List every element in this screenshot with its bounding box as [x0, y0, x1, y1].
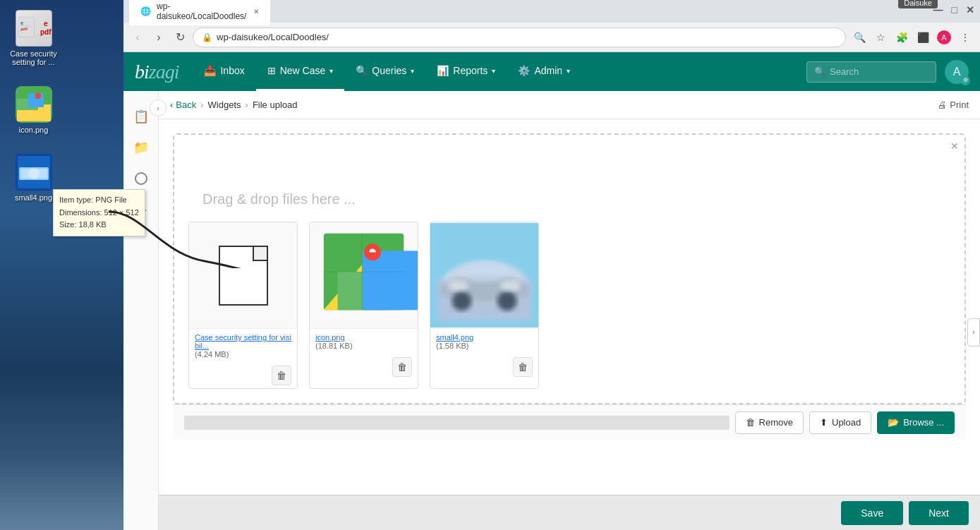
file-name-case-security[interactable]: Case security setting for visibil...: [195, 333, 291, 350]
svg-point-33: [448, 280, 469, 291]
extension-btn[interactable]: 🧩: [893, 28, 911, 47]
user-avatar[interactable]: A ⚙: [945, 60, 969, 84]
nav-queries[interactable]: 🔍 Queries ▾: [344, 52, 425, 91]
files-container: Case security setting for visibil... (4.…: [188, 222, 950, 389]
address-bar[interactable]: 🔒 wp-daisukeo/LocalDoodles/: [193, 28, 846, 47]
inbox-icon: 📥: [204, 65, 216, 76]
search-btn[interactable]: 🔍: [850, 28, 869, 47]
remove-label: Remove: [759, 417, 793, 428]
svg-point-30: [452, 291, 472, 311]
new-case-label: New Case: [280, 65, 326, 76]
file-tooltip: Item type: PNG File Dimensions: 512 × 51…: [53, 189, 145, 236]
desktop-icon-case-security[interactable]: e pdf Case security setting for ...: [7, 7, 60, 69]
file-size-case-security: (4.24 MB): [195, 350, 291, 359]
nav-inbox[interactable]: 📥 Inbox: [193, 52, 255, 91]
maximize-btn[interactable]: □: [952, 4, 957, 16]
tab-favicon: 🌐: [140, 6, 151, 16]
document-icon: [219, 246, 268, 306]
file-delete-btn-icon-png[interactable]: 🗑: [392, 357, 412, 377]
back-link[interactable]: ‹ Back: [170, 100, 196, 110]
file-preview-icon-png: [310, 222, 418, 328]
file-actions-icon-png: 🗑: [310, 354, 418, 380]
file-name-icon-png[interactable]: icon.png: [315, 333, 412, 342]
file-info-case-security: Case security setting for visibil... (4.…: [189, 328, 297, 363]
reports-label: Reports: [453, 65, 488, 76]
back-btn[interactable]: ‹: [129, 29, 146, 46]
upload-icon: ⬆: [820, 417, 828, 428]
nav-admin[interactable]: ⚙️ Admin ▾: [507, 52, 581, 91]
sidebar-circle-btn[interactable]: [128, 166, 154, 191]
upload-btn[interactable]: ⬆ Upload: [809, 411, 871, 434]
reports-icon: 📊: [437, 65, 449, 76]
tooltip-line2: Dimensions: 512 × 512: [59, 207, 139, 219]
right-panel-toggle[interactable]: ›: [967, 318, 980, 347]
office-btn[interactable]: ⬛: [914, 28, 932, 47]
save-btn[interactable]: Save: [841, 501, 903, 525]
breadcrumb-separator2: ›: [246, 100, 248, 110]
sidebar-toggle-btn[interactable]: ›: [150, 100, 167, 116]
app-logo: bizagi: [135, 61, 179, 83]
desktop-icon-icon-png[interactable]: icon.png: [7, 83, 60, 137]
right-panel-chevron: ›: [972, 328, 974, 336]
small4-label: small4.png: [15, 193, 52, 202]
forward-btn[interactable]: ›: [150, 29, 167, 46]
minimize-btn[interactable]: —: [933, 4, 943, 16]
mountain-decoration: [0, 459, 123, 530]
browser-window: 🌐 wp-daisukeo/LocalDoodles/ ✕ Daisuke — …: [123, 0, 980, 530]
desktop: e pdf Case security setting for ... icon…: [0, 0, 123, 530]
profile-avatar-btn[interactable]: A: [935, 28, 953, 47]
tab-title: wp-daisukeo/LocalDoodles/: [157, 1, 248, 21]
nav-items: 📥 Inbox ⊞ New Case ▾ 🔍 Queries ▾ 📊 Repor…: [193, 52, 581, 91]
reports-dropdown-icon: ▾: [492, 67, 495, 75]
file-card-small4: small4.png (1.58 KB) 🗑: [430, 222, 539, 389]
file-delete-btn-small4[interactable]: 🗑: [513, 357, 533, 377]
file-actions-small4: 🗑: [430, 354, 538, 380]
file-card-icon-png: icon.png (18.81 KB) 🗑: [309, 222, 418, 389]
breadcrumb-separator: ›: [200, 100, 203, 110]
next-btn[interactable]: Next: [909, 501, 969, 525]
file-info-icon-png: icon.png (18.81 KB): [310, 328, 418, 354]
close-btn[interactable]: ✕: [966, 4, 974, 16]
nav-icons: 🔍 ☆ 🧩 ⬛ A ⋮: [850, 28, 974, 47]
app-container: bizagi 📥 Inbox ⊞ New Case ▾ 🔍 Queries ▾: [123, 52, 980, 530]
nav-new-case[interactable]: ⊞ New Case ▾: [256, 52, 345, 91]
queries-dropdown-icon: ▾: [411, 67, 414, 75]
browse-btn[interactable]: 📂 Browse ...: [877, 411, 955, 434]
file-actions-case-security: 🗑: [189, 363, 297, 388]
maps-svg: [310, 222, 418, 328]
refresh-btn[interactable]: ↻: [171, 29, 188, 46]
svg-text:e: e: [20, 20, 23, 25]
icon-png-label: icon.png: [19, 126, 49, 134]
admin-icon: ⚙️: [518, 65, 530, 76]
search-input[interactable]: [830, 66, 928, 77]
daisuke-tooltip: Daisuke: [898, 0, 938, 8]
window-controls: — □ ✕: [933, 4, 974, 16]
app-body: › 📋 📁 ⋯ ›: [123, 91, 980, 530]
browser-tab[interactable]: 🌐 wp-daisukeo/LocalDoodles/ ✕: [129, 0, 270, 25]
upload-area: ✕ Drag & drop files here ... Case securi…: [159, 119, 980, 495]
upload-progress-bar: [184, 416, 730, 430]
star-btn[interactable]: ☆: [871, 28, 890, 47]
upload-toolbar: 🗑 Remove ⬆ Upload 📂 Browse ...: [173, 404, 966, 440]
folder-icon: 📁: [133, 140, 149, 155]
file-delete-btn-case-security[interactable]: 🗑: [272, 366, 291, 385]
file-preview-small4: [430, 222, 538, 328]
remove-btn[interactable]: 🗑 Remove: [735, 411, 804, 434]
search-box: 🔍: [806, 61, 936, 83]
tab-close-btn[interactable]: ✕: [253, 8, 259, 16]
back-chevron-icon: ‹: [170, 100, 173, 110]
nav-reports[interactable]: 📊 Reports ▾: [425, 52, 507, 91]
file-card-case-security: Case security setting for visibil... (4.…: [188, 222, 298, 389]
settings-dot: ⚙: [960, 76, 970, 85]
more-btn[interactable]: ⋮: [956, 28, 974, 47]
main-content: ‹ Back › Widgets › File upload 🖨 Print: [159, 91, 980, 530]
file-name-small4[interactable]: small4.png: [436, 333, 533, 342]
admin-label: Admin: [534, 65, 562, 76]
drop-zone-close-btn[interactable]: ✕: [950, 140, 959, 152]
tooltip-line1: Item type: PNG File: [59, 194, 139, 207]
print-btn[interactable]: 🖨 Print: [938, 100, 969, 110]
action-bar: Save Next: [159, 495, 980, 530]
sidebar-folder-btn[interactable]: 📁: [128, 135, 154, 160]
desktop-icon-small4[interactable]: small4.png: [7, 151, 60, 205]
case-security-label: Case security setting for ...: [10, 49, 57, 66]
